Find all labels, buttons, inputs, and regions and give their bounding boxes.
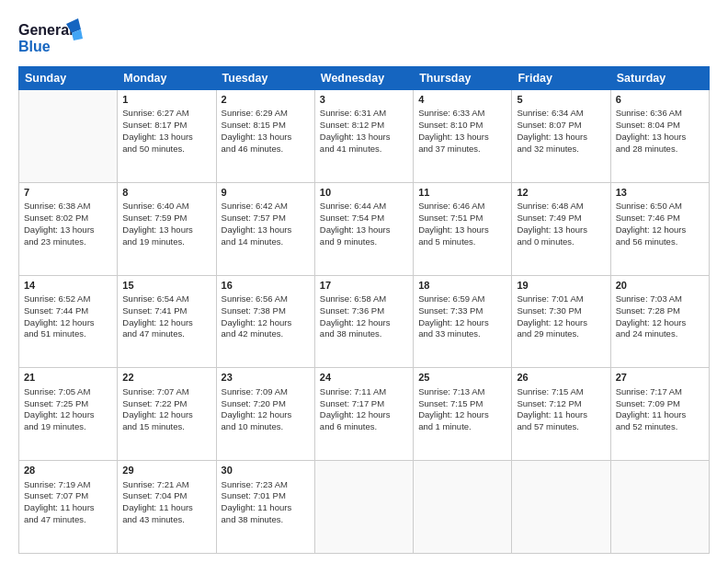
day-number: 6 (616, 93, 704, 107)
day-info: Sunrise: 6:27 AM Sunset: 8:17 PM Dayligh… (122, 108, 210, 155)
day-number: 14 (24, 279, 112, 293)
calendar-cell: 28Sunrise: 7:19 AM Sunset: 7:07 PM Dayli… (19, 461, 118, 554)
day-number: 25 (418, 371, 506, 385)
calendar-cell: 8Sunrise: 6:40 AM Sunset: 7:59 PM Daylig… (118, 182, 216, 275)
day-number: 16 (222, 279, 310, 293)
calendar-cell: 11Sunrise: 6:46 AM Sunset: 7:51 PM Dayli… (414, 182, 512, 275)
svg-text:Blue: Blue (18, 39, 51, 54)
calendar-cell: 4Sunrise: 6:33 AM Sunset: 8:10 PM Daylig… (414, 90, 512, 183)
calendar-cell: 2Sunrise: 6:29 AM Sunset: 8:15 PM Daylig… (216, 90, 314, 183)
day-info: Sunrise: 6:36 AM Sunset: 8:04 PM Dayligh… (616, 108, 704, 155)
day-number: 11 (418, 186, 506, 200)
day-number: 9 (222, 186, 310, 200)
day-number: 27 (616, 371, 704, 385)
day-info: Sunrise: 7:17 AM Sunset: 7:09 PM Dayligh… (616, 386, 704, 433)
calendar-cell: 18Sunrise: 6:59 AM Sunset: 7:33 PM Dayli… (414, 275, 512, 368)
calendar-cell: 19Sunrise: 7:01 AM Sunset: 7:30 PM Dayli… (512, 275, 610, 368)
calendar-cell: 12Sunrise: 6:48 AM Sunset: 7:49 PM Dayli… (512, 182, 610, 275)
day-info: Sunrise: 6:46 AM Sunset: 7:51 PM Dayligh… (418, 201, 506, 247)
calendar-cell (314, 461, 413, 554)
calendar-cell: 16Sunrise: 6:56 AM Sunset: 7:38 PM Dayli… (216, 275, 314, 368)
day-info: Sunrise: 7:05 AM Sunset: 7:25 PM Dayligh… (24, 386, 112, 433)
day-info: Sunrise: 6:40 AM Sunset: 7:59 PM Dayligh… (122, 201, 210, 247)
day-number: 20 (616, 279, 704, 293)
calendar-cell: 14Sunrise: 6:52 AM Sunset: 7:44 PM Dayli… (19, 275, 118, 368)
day-info: Sunrise: 7:13 AM Sunset: 7:15 PM Dayligh… (418, 386, 506, 433)
day-info: Sunrise: 7:23 AM Sunset: 7:01 PM Dayligh… (222, 479, 310, 526)
day-number: 28 (24, 464, 112, 477)
calendar-header-row: SundayMondayTuesdayWednesdayThursdayFrid… (19, 67, 710, 90)
calendar-cell: 15Sunrise: 6:54 AM Sunset: 7:41 PM Dayli… (118, 275, 216, 368)
day-info: Sunrise: 7:07 AM Sunset: 7:22 PM Dayligh… (122, 386, 210, 433)
day-info: Sunrise: 6:42 AM Sunset: 7:57 PM Dayligh… (222, 201, 310, 247)
calendar-weekday-wednesday: Wednesday (314, 67, 413, 90)
calendar-week-row: 1Sunrise: 6:27 AM Sunset: 8:17 PM Daylig… (19, 90, 710, 183)
day-info: Sunrise: 6:58 AM Sunset: 7:36 PM Dayligh… (320, 293, 408, 340)
calendar-weekday-sunday: Sunday (19, 67, 118, 90)
calendar-weekday-tuesday: Tuesday (216, 67, 314, 90)
calendar-cell: 10Sunrise: 6:44 AM Sunset: 7:54 PM Dayli… (314, 182, 413, 275)
day-number: 3 (320, 93, 408, 107)
calendar-cell: 23Sunrise: 7:09 AM Sunset: 7:20 PM Dayli… (216, 368, 314, 461)
day-number: 4 (418, 93, 506, 107)
day-info: Sunrise: 6:34 AM Sunset: 8:07 PM Dayligh… (517, 108, 605, 155)
calendar-weekday-friday: Friday (512, 67, 610, 90)
calendar-cell (610, 461, 709, 554)
calendar-cell: 29Sunrise: 7:21 AM Sunset: 7:04 PM Dayli… (118, 461, 216, 554)
logo: General Blue (18, 17, 83, 59)
calendar-cell: 27Sunrise: 7:17 AM Sunset: 7:09 PM Dayli… (610, 368, 709, 461)
day-info: Sunrise: 7:09 AM Sunset: 7:20 PM Dayligh… (222, 386, 310, 433)
day-number: 26 (517, 371, 605, 385)
day-number: 12 (517, 186, 605, 200)
day-info: Sunrise: 6:48 AM Sunset: 7:49 PM Dayligh… (517, 201, 605, 247)
day-info: Sunrise: 7:15 AM Sunset: 7:12 PM Dayligh… (517, 386, 605, 433)
calendar-cell: 24Sunrise: 7:11 AM Sunset: 7:17 PM Dayli… (314, 368, 413, 461)
day-number: 15 (122, 279, 210, 293)
day-number: 19 (517, 279, 605, 293)
calendar-cell: 22Sunrise: 7:07 AM Sunset: 7:22 PM Dayli… (118, 368, 216, 461)
calendar-weekday-thursday: Thursday (414, 67, 512, 90)
calendar-cell: 7Sunrise: 6:38 AM Sunset: 8:02 PM Daylig… (19, 182, 118, 275)
svg-text:General: General (18, 22, 74, 38)
day-number: 2 (222, 93, 310, 107)
day-number: 10 (320, 186, 408, 200)
calendar-week-row: 28Sunrise: 7:19 AM Sunset: 7:07 PM Dayli… (19, 461, 710, 554)
calendar-week-row: 7Sunrise: 6:38 AM Sunset: 8:02 PM Daylig… (19, 182, 710, 275)
day-number: 23 (222, 371, 310, 385)
calendar-cell: 5Sunrise: 6:34 AM Sunset: 8:07 PM Daylig… (512, 90, 610, 183)
day-info: Sunrise: 7:19 AM Sunset: 7:07 PM Dayligh… (24, 479, 112, 526)
day-number: 1 (122, 93, 210, 107)
day-number: 13 (616, 186, 704, 200)
calendar-week-row: 14Sunrise: 6:52 AM Sunset: 7:44 PM Dayli… (19, 275, 710, 368)
calendar-cell: 1Sunrise: 6:27 AM Sunset: 8:17 PM Daylig… (118, 90, 216, 183)
day-info: Sunrise: 6:44 AM Sunset: 7:54 PM Dayligh… (320, 201, 408, 247)
calendar-table: SundayMondayTuesdayWednesdayThursdayFrid… (18, 66, 710, 554)
day-info: Sunrise: 7:21 AM Sunset: 7:04 PM Dayligh… (122, 479, 210, 526)
day-info: Sunrise: 6:50 AM Sunset: 7:46 PM Dayligh… (616, 201, 704, 247)
calendar-cell (512, 461, 610, 554)
day-number: 8 (122, 186, 210, 200)
calendar-cell (414, 461, 512, 554)
calendar-cell: 25Sunrise: 7:13 AM Sunset: 7:15 PM Dayli… (414, 368, 512, 461)
calendar-cell: 13Sunrise: 6:50 AM Sunset: 7:46 PM Dayli… (610, 182, 709, 275)
calendar-cell (19, 90, 118, 183)
day-info: Sunrise: 6:38 AM Sunset: 8:02 PM Dayligh… (24, 201, 112, 247)
day-info: Sunrise: 7:03 AM Sunset: 7:28 PM Dayligh… (616, 293, 704, 340)
day-info: Sunrise: 6:56 AM Sunset: 7:38 PM Dayligh… (222, 293, 310, 340)
calendar-weekday-monday: Monday (118, 67, 216, 90)
day-info: Sunrise: 6:31 AM Sunset: 8:12 PM Dayligh… (320, 108, 408, 155)
logo-icon: General Blue (18, 17, 83, 59)
day-number: 21 (24, 371, 112, 385)
calendar-week-row: 21Sunrise: 7:05 AM Sunset: 7:25 PM Dayli… (19, 368, 710, 461)
day-number: 7 (24, 186, 112, 200)
day-info: Sunrise: 7:11 AM Sunset: 7:17 PM Dayligh… (320, 386, 408, 433)
day-info: Sunrise: 7:01 AM Sunset: 7:30 PM Dayligh… (517, 293, 605, 340)
calendar-cell: 20Sunrise: 7:03 AM Sunset: 7:28 PM Dayli… (610, 275, 709, 368)
calendar-cell: 26Sunrise: 7:15 AM Sunset: 7:12 PM Dayli… (512, 368, 610, 461)
day-number: 17 (320, 279, 408, 293)
day-info: Sunrise: 6:52 AM Sunset: 7:44 PM Dayligh… (24, 293, 112, 340)
calendar-cell: 9Sunrise: 6:42 AM Sunset: 7:57 PM Daylig… (216, 182, 314, 275)
day-info: Sunrise: 6:29 AM Sunset: 8:15 PM Dayligh… (222, 108, 310, 155)
day-info: Sunrise: 6:33 AM Sunset: 8:10 PM Dayligh… (418, 108, 506, 155)
day-info: Sunrise: 6:54 AM Sunset: 7:41 PM Dayligh… (122, 293, 210, 340)
